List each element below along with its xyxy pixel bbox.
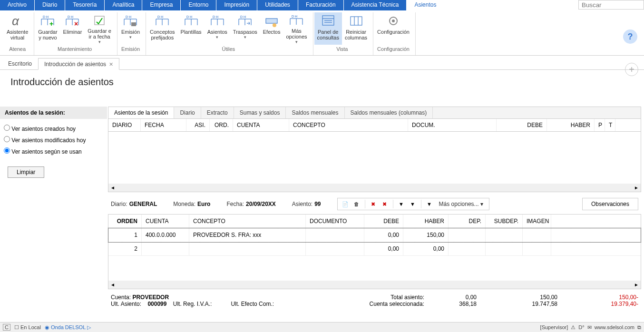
inner-tab[interactable]: Saldos mensuales bbox=[286, 107, 344, 118]
chevron-down-icon: ▾ bbox=[216, 35, 218, 39]
help-icon[interactable]: ? bbox=[623, 29, 637, 44]
conceptos-button[interactable]: D HConceptos prefijados bbox=[147, 12, 178, 45]
entry-form-row: Diario: GENERAL Moneda: Euro Fecha: 20/0… bbox=[108, 192, 641, 214]
col-header[interactable]: DEP. bbox=[449, 215, 486, 228]
filter-option[interactable]: Ver asientos modificados hoy bbox=[4, 136, 103, 144]
col-header[interactable]: CONCEPTO bbox=[189, 215, 306, 228]
reiniciar-col-button[interactable]: Reiniciar columnas bbox=[342, 12, 370, 45]
mas-opc-button[interactable]: D HMás opciones▾ bbox=[283, 12, 310, 45]
inner-tab[interactable]: Saldos mensuales (columnas) bbox=[345, 107, 433, 118]
menu-tesorería[interactable]: Tesorería bbox=[65, 0, 105, 10]
col-header[interactable]: HABER bbox=[403, 215, 449, 228]
col-header[interactable]: DEBE bbox=[497, 119, 547, 131]
col-header[interactable]: ORD. bbox=[210, 119, 233, 131]
status-onda[interactable]: ◉ Onda DELSOL ▷ bbox=[45, 324, 91, 331]
chevron-down-icon: ▾ bbox=[244, 35, 246, 39]
svg-text:D H: D H bbox=[240, 15, 246, 19]
tabstrip: EscritorioIntroducción de asientos✕ bbox=[0, 56, 644, 70]
filter-option[interactable]: Ver asientos según se usan bbox=[4, 147, 103, 155]
tb-doc1-icon[interactable]: ▼ bbox=[397, 200, 406, 208]
col-header[interactable]: CONCEPTO bbox=[289, 119, 408, 131]
col-header[interactable]: ORDEN bbox=[108, 215, 142, 228]
tb-delete-icon[interactable]: 🗑 bbox=[352, 200, 361, 208]
status-c[interactable]: C bbox=[3, 324, 10, 331]
menu-impresión[interactable]: Impresión bbox=[216, 0, 257, 10]
col-header[interactable]: DOCUM. bbox=[408, 119, 497, 131]
status-local-icon[interactable]: ☐ En Local bbox=[14, 324, 41, 331]
svg-text:D H: D H bbox=[186, 15, 192, 19]
panel-consultas-button[interactable]: Panel de consultas bbox=[314, 12, 342, 45]
limpiar-button[interactable]: Limpiar bbox=[8, 166, 44, 178]
session-grid: DIARIOFECHAASI.ORD.CUENTACONCEPTODOCUM.D… bbox=[108, 118, 641, 192]
tb-new-icon[interactable]: 📄 bbox=[341, 200, 350, 208]
tab[interactable]: Introducción de asientos✕ bbox=[38, 58, 119, 70]
traspasos-button[interactable]: D HTraspasos▾ bbox=[230, 12, 260, 45]
left-panel-header: Asientos de la sesión: bbox=[0, 107, 107, 119]
inner-tab[interactable]: Extracto bbox=[201, 107, 234, 118]
tab[interactable]: Escritorio bbox=[2, 58, 38, 69]
emision-icon: D H bbox=[122, 13, 139, 29]
menu-asistencia técnica[interactable]: Asistencia Técnica bbox=[344, 0, 407, 10]
col-header[interactable]: IMAGEN bbox=[523, 215, 551, 228]
col-header[interactable]: ASI. bbox=[186, 119, 210, 131]
h-scrollbar[interactable]: ◄► bbox=[108, 281, 641, 289]
menu-empresa[interactable]: Empresa bbox=[142, 0, 181, 10]
search-input[interactable] bbox=[578, 0, 644, 10]
warning-icon[interactable]: ⚠ bbox=[571, 324, 576, 331]
menu-analítica[interactable]: Analítica bbox=[105, 0, 142, 10]
menu-utilidades[interactable]: Utilidades bbox=[257, 0, 298, 10]
more-options-button[interactable]: Más opciones... ▾ bbox=[436, 201, 486, 207]
h-scrollbar[interactable]: ◄► bbox=[108, 184, 641, 192]
tb-xh-icon[interactable]: ✖ bbox=[369, 200, 378, 208]
menu-facturación[interactable]: Facturación bbox=[298, 0, 344, 10]
filter-option[interactable]: Ver asientos creados hoy bbox=[4, 125, 103, 132]
inner-tab[interactable]: Sumas y saldos bbox=[234, 107, 286, 118]
eliminar-button[interactable]: D H×Eliminar bbox=[60, 12, 85, 45]
svg-text:D H: D H bbox=[292, 15, 297, 18]
session-grid-body[interactable] bbox=[108, 132, 641, 184]
config-button[interactable]: Configuración bbox=[374, 12, 412, 45]
window-icon[interactable]: ⧉ bbox=[637, 324, 641, 331]
col-header[interactable]: SUBDEP. bbox=[486, 215, 523, 228]
menu-entorno[interactable]: Entorno bbox=[181, 0, 216, 10]
guardar-fecha-button[interactable]: Guardar e ir a fecha▾ bbox=[85, 12, 114, 45]
inner-tab[interactable]: Diario bbox=[174, 107, 201, 118]
add-tab-button[interactable]: + bbox=[625, 63, 638, 76]
tb-doc2-icon[interactable]: ▼ bbox=[408, 200, 418, 208]
svg-text:D H: D H bbox=[157, 15, 163, 19]
col-header[interactable]: HABER bbox=[547, 119, 595, 131]
panel-consultas-icon bbox=[320, 13, 337, 29]
close-icon[interactable]: ✕ bbox=[109, 61, 113, 67]
col-header[interactable]: CUENTA bbox=[233, 119, 289, 131]
table-row[interactable]: 1400.0.0.000PROVEEDOR S. FRA: xxx0,00150… bbox=[108, 228, 641, 242]
tb-xh2-icon[interactable]: ✖ bbox=[380, 200, 390, 208]
emision-button[interactable]: D HEmisión▾ bbox=[118, 12, 143, 45]
efectos-button[interactable]: Efectos bbox=[260, 12, 283, 45]
inner-tab[interactable]: Asientos de la sesión bbox=[108, 107, 174, 118]
col-header[interactable]: DOCUMENTO bbox=[306, 215, 364, 228]
plantillas-button[interactable]: D HPlantillas bbox=[178, 12, 205, 45]
observaciones-button[interactable]: Observaciones bbox=[582, 198, 638, 210]
left-panel: Asientos de la sesión: Ver asientos crea… bbox=[0, 107, 107, 322]
col-header[interactable]: CUENTA bbox=[142, 215, 189, 228]
svg-rect-51 bbox=[351, 17, 362, 25]
col-header[interactable]: P bbox=[595, 119, 605, 131]
guardar-nuevo-button[interactable]: D H+Guardar y nuevo bbox=[35, 12, 60, 45]
asientos-btn-button[interactable]: D HAsientos▾ bbox=[205, 12, 230, 45]
menu-diario[interactable]: Diario bbox=[35, 0, 65, 10]
menu-archivo[interactable]: Archivo bbox=[0, 0, 35, 10]
asistente-button[interactable]: αAsistente virtual bbox=[4, 12, 31, 45]
col-header[interactable]: T bbox=[605, 119, 615, 131]
tb-extra-icon[interactable]: ▼ bbox=[425, 200, 434, 208]
svg-text:D H: D H bbox=[68, 15, 73, 19]
chevron-down-icon: ▾ bbox=[295, 39, 298, 44]
table-row[interactable]: 20,000,00 bbox=[108, 242, 641, 256]
d-icon[interactable]: D° bbox=[578, 324, 584, 330]
col-header[interactable]: DEBE bbox=[364, 215, 403, 228]
guardar-fecha-icon bbox=[91, 13, 108, 28]
status-site[interactable]: www.sdelsol.com bbox=[595, 324, 634, 330]
col-header[interactable]: FECHA bbox=[141, 119, 186, 131]
mail-icon[interactable]: ✉ bbox=[587, 324, 592, 331]
col-header[interactable]: DIARIO bbox=[108, 119, 141, 131]
menu-asientos[interactable]: Asientos bbox=[407, 0, 444, 10]
